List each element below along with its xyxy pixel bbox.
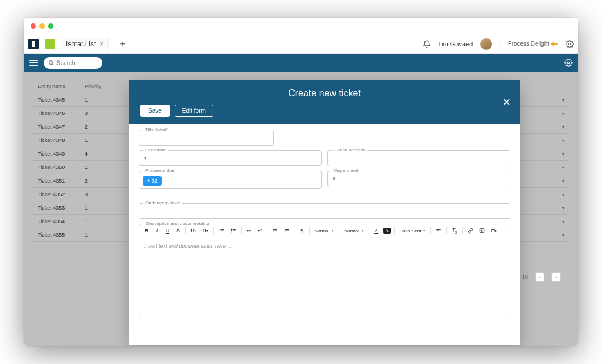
cell-entity: Ticket 4347 [38, 124, 85, 130]
bell-icon[interactable] [423, 40, 431, 48]
app-module-icon [45, 39, 55, 49]
heading-select[interactable]: Normal [313, 228, 336, 234]
subscript-icon[interactable]: x₂ [245, 227, 253, 234]
size-select[interactable]: Normal [343, 228, 365, 234]
font-select[interactable]: Sans Serif [399, 228, 427, 234]
h1-icon[interactable]: H₁ [189, 227, 198, 234]
create-ticket-modal: Create new ticket Save Edit form × Title… [129, 80, 520, 345]
description-label: Description and documentation [144, 221, 212, 226]
close-icon[interactable]: × [503, 95, 510, 110]
indent-icon[interactable] [283, 227, 291, 234]
clear-format-icon[interactable]: Tx [450, 227, 458, 235]
cell-priority: 1 [85, 205, 108, 211]
col-header-priority[interactable]: Priority [85, 83, 108, 89]
cell-entity: Ticket 4345 [38, 97, 85, 103]
blue-nav-bar [24, 54, 578, 72]
ordered-list-icon[interactable] [218, 227, 226, 234]
image-icon[interactable] [478, 227, 486, 234]
chevron-down-icon[interactable]: ▾ [562, 178, 564, 184]
chevron-down-icon[interactable]: ▾ [562, 192, 564, 197]
underline-icon[interactable]: U [164, 227, 171, 234]
svg-point-5 [231, 232, 232, 232]
superscript-icon[interactable]: x² [256, 227, 263, 234]
search-input[interactable] [56, 60, 98, 66]
cell-entity: Ticket 4354 [38, 218, 85, 224]
cell-entity: Ticket 4351 [38, 178, 85, 184]
text-direction-icon[interactable]: ¶ [299, 227, 306, 234]
description-editor: Description and documentation B I U S H₁… [139, 224, 510, 315]
save-button[interactable]: Save [140, 105, 170, 117]
tab-ishtar-list[interactable]: Ishtar.List × [61, 38, 109, 50]
pagination: of 10 ‹ › [516, 272, 561, 282]
window-maximize-dot[interactable] [48, 23, 53, 29]
cell-priority: 2 [85, 178, 108, 184]
align-icon[interactable] [434, 227, 443, 234]
email-label: E-mail address [332, 147, 367, 153]
unordered-list-icon[interactable] [229, 227, 238, 234]
avatar[interactable] [480, 38, 492, 50]
chevron-down-icon[interactable]: ▾ [562, 151, 564, 157]
chevron-down-icon[interactable]: ▾ [562, 97, 564, 103]
next-page-button[interactable]: › [551, 272, 561, 282]
cell-entity: Ticket 4349 [38, 151, 85, 157]
app-topbar: Ishtar.List × + Tim Govaert | Process De… [24, 34, 578, 54]
title-ticket-input[interactable] [139, 130, 274, 146]
full-name-label: Full name [143, 147, 168, 153]
cell-priority: 1 [85, 137, 108, 143]
italic-icon[interactable]: I [153, 227, 160, 234]
new-tab-button[interactable]: + [115, 39, 129, 49]
chevron-down-icon[interactable]: ▾ [562, 138, 564, 143]
chevron-down-icon[interactable]: ▾ [562, 219, 564, 224]
svg-point-0 [568, 43, 571, 45]
video-icon[interactable] [490, 227, 498, 234]
tab-label: Ishtar.List [66, 40, 96, 48]
subject-input[interactable] [139, 203, 510, 219]
text-color-icon[interactable]: A [373, 227, 380, 234]
cell-priority: 1 [85, 164, 108, 170]
prev-page-button[interactable]: ‹ [535, 272, 544, 282]
bg-color-icon[interactable]: A [383, 228, 391, 234]
gear-icon[interactable] [566, 40, 574, 48]
subject-label: Onderwerp ticket [143, 200, 182, 205]
cell-entity: Ticket 4348 [38, 137, 85, 143]
edit-form-button[interactable]: Edit form [175, 105, 213, 117]
svg-point-7 [481, 230, 482, 231]
app-logo-icon [28, 39, 39, 49]
email-input[interactable] [327, 150, 510, 166]
editor-textarea[interactable]: Insert text and documentation here ... [139, 238, 510, 315]
phone-prefix-chip[interactable]: + 32 [143, 176, 162, 186]
window-close-dot[interactable] [31, 23, 36, 29]
cell-priority: 3 [85, 110, 108, 116]
cell-entity: Ticket 4350 [38, 164, 85, 170]
svg-point-1 [49, 61, 53, 65]
department-label: Department [332, 168, 360, 173]
col-header-entity[interactable]: Entity name [38, 83, 85, 89]
search-field[interactable] [44, 57, 102, 69]
user-name[interactable]: Tim Govaert [438, 41, 473, 48]
bold-icon[interactable]: B [143, 227, 150, 234]
chevron-down-icon[interactable]: ▾ [562, 124, 564, 130]
chevron-down-icon[interactable]: ▾ [562, 205, 564, 211]
cell-priority: 3 [85, 191, 108, 197]
close-tab-icon[interactable]: × [99, 40, 103, 48]
strike-icon[interactable]: S [175, 227, 182, 234]
menu-icon[interactable] [29, 60, 38, 66]
modal-body: Title ticket* Full name E-mail address [129, 124, 520, 345]
cell-entity: Ticket 4355 [38, 232, 85, 238]
cell-priority: 1 [85, 232, 108, 238]
link-icon[interactable] [466, 227, 474, 234]
svg-point-4 [231, 231, 232, 231]
window-titlebar [24, 18, 578, 34]
cell-entity: Ticket 4352 [38, 191, 85, 197]
phone-label: Phonenumber [143, 168, 176, 173]
chevron-down-icon[interactable]: ▾ [562, 111, 564, 116]
brand-logo: Process Delight [508, 40, 558, 48]
search-icon [48, 60, 54, 66]
window-minimize-dot[interactable] [39, 23, 45, 29]
svg-rect-8 [491, 230, 495, 232]
chevron-down-icon[interactable]: ▾ [562, 165, 564, 170]
h2-icon[interactable]: H₂ [202, 227, 210, 234]
outdent-icon[interactable] [271, 227, 279, 234]
chevron-down-icon[interactable]: ▾ [562, 232, 564, 238]
gear-icon[interactable] [564, 59, 573, 67]
